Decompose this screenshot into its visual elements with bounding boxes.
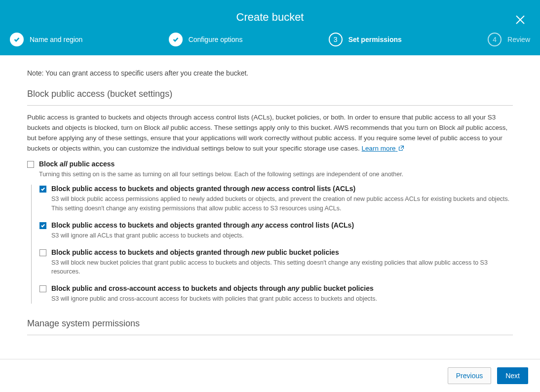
divider [27, 105, 513, 106]
block-new-acls-sublabel: S3 will block public access permissions … [51, 195, 513, 213]
step-set-permissions[interactable]: 3 Set permissions [329, 33, 402, 46]
block-any-acls-label: Block public access to buckets and objec… [51, 221, 354, 229]
block-all-checkbox[interactable] [27, 161, 34, 168]
close-button[interactable] [514, 14, 526, 26]
block-new-acls-label: Block public access to buckets and objec… [51, 185, 355, 193]
step-1-circle [10, 33, 24, 46]
check-icon [13, 36, 20, 43]
block-public-access-title: Block public access (bucket settings) [27, 89, 513, 99]
block-all-label: Block all public access [39, 160, 115, 168]
content-scroll-area[interactable]: Note: You can grant access to specific u… [0, 55, 540, 359]
note-text: Note: You can grant access to specific u… [27, 69, 513, 77]
modal-header: Create bucket Name and region Configure … [0, 0, 540, 55]
step-name-and-region[interactable]: Name and region [10, 33, 82, 46]
manage-system-permissions-title: Manage system permissions [27, 318, 513, 329]
step-4-circle: 4 [488, 33, 501, 46]
step-review[interactable]: 4 Review [488, 33, 530, 46]
block-new-policies-checkbox[interactable] [39, 249, 46, 256]
divider [27, 335, 513, 335]
block-public-access-description: Public access is granted to buckets and … [27, 113, 513, 154]
step-configure-options[interactable]: Configure options [169, 33, 243, 46]
block-new-acls-checkbox[interactable] [39, 186, 46, 193]
wizard-steps: Name and region Configure options 3 Set … [0, 29, 540, 55]
block-new-policies-sublabel: S3 will block new bucket policies that g… [51, 258, 513, 277]
previous-button[interactable]: Previous [448, 367, 491, 384]
block-any-policies-label: Block public and cross-account access to… [51, 284, 374, 292]
block-all-sublabel: Turning this setting on is the same as t… [39, 170, 513, 179]
check-icon [172, 36, 179, 43]
modal-footer: Previous Next [0, 359, 540, 392]
block-any-acls-checkbox[interactable] [39, 222, 46, 229]
check-icon [40, 187, 45, 192]
step-2-circle [169, 33, 183, 46]
block-any-acls-sublabel: S3 will ignore all ACLs that grant publi… [51, 231, 513, 240]
step-1-label: Name and region [30, 36, 82, 43]
close-icon [514, 14, 526, 26]
learn-more-link[interactable]: Learn more [362, 145, 405, 152]
next-button[interactable]: Next [497, 367, 528, 384]
modal-title: Create bucket [0, 0, 540, 29]
step-3-label: Set permissions [348, 36, 402, 43]
step-4-label: Review [507, 36, 530, 43]
block-any-policies-sublabel: S3 will ignore public and cross-account … [51, 294, 513, 304]
check-icon [40, 223, 45, 228]
step-2-label: Configure options [189, 36, 243, 43]
block-any-policies-checkbox[interactable] [39, 285, 46, 292]
external-link-icon [398, 145, 404, 151]
step-3-circle: 3 [329, 33, 343, 46]
block-new-policies-label: Block public access to buckets and objec… [51, 248, 339, 256]
